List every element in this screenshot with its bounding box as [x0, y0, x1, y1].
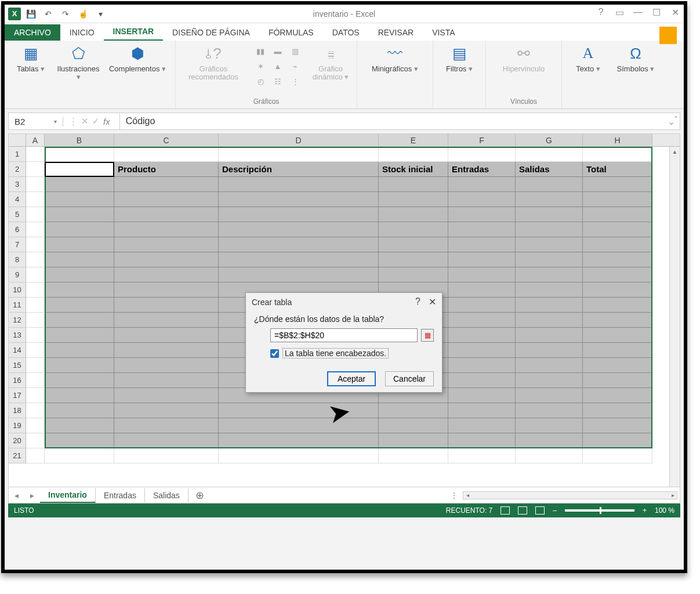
cell[interactable] [114, 343, 219, 358]
sheet-tab-entradas[interactable]: Entradas [96, 488, 145, 502]
cell[interactable] [114, 222, 219, 237]
tab-formulas[interactable]: FÓRMULAS [259, 24, 323, 41]
cell[interactable] [219, 237, 379, 252]
cell[interactable] [26, 298, 45, 313]
cancel-formula-icon[interactable]: ✕ [81, 116, 89, 126]
cell[interactable] [448, 448, 516, 463]
btn-texto[interactable]: ATexto [568, 44, 608, 73]
cell[interactable] [219, 448, 379, 463]
enter-formula-icon[interactable]: ✓ [92, 116, 100, 126]
cell[interactable]: Total [583, 162, 652, 177]
cell[interactable]: Entradas [448, 162, 516, 177]
cell[interactable] [448, 177, 516, 192]
cell[interactable] [583, 448, 652, 463]
row-header[interactable]: 3 [9, 177, 26, 192]
row-header[interactable]: 18 [9, 403, 26, 418]
cell[interactable] [379, 237, 448, 252]
dialog-close-icon[interactable]: ✕ [429, 296, 436, 307]
col-header-G[interactable]: G [516, 134, 583, 146]
sheet-tab-add[interactable]: ⊕ [188, 489, 211, 502]
cell[interactable] [114, 313, 219, 328]
sheet-nav-prev[interactable]: ◂ [9, 491, 24, 500]
cell[interactable] [448, 328, 516, 343]
cell[interactable] [448, 373, 516, 388]
cell[interactable] [219, 147, 379, 162]
tab-inicio[interactable]: INICIO [60, 24, 104, 41]
cell[interactable] [45, 207, 114, 222]
cell[interactable] [583, 433, 652, 448]
cell[interactable] [379, 433, 448, 448]
cell[interactable] [114, 207, 219, 222]
cell[interactable] [379, 267, 448, 282]
row-header[interactable]: 4 [9, 192, 26, 207]
cell[interactable] [45, 403, 114, 418]
row-header[interactable]: 8 [9, 252, 26, 267]
cell[interactable] [114, 298, 219, 313]
cell[interactable] [448, 418, 516, 433]
cell[interactable] [26, 448, 45, 463]
cell[interactable]: Stock inicial [379, 162, 448, 177]
cell[interactable] [516, 237, 583, 252]
cell[interactable] [114, 282, 219, 298]
cell[interactable] [26, 207, 45, 222]
cell[interactable] [379, 403, 448, 418]
cell[interactable] [516, 403, 583, 418]
cell[interactable] [26, 252, 45, 267]
view-layout-icon[interactable] [518, 506, 527, 515]
row-header[interactable]: 13 [9, 328, 26, 343]
row-header[interactable]: 12 [9, 313, 26, 328]
account-indicator[interactable] [659, 27, 677, 44]
cell[interactable] [114, 252, 219, 267]
row-header[interactable]: 20 [9, 433, 26, 448]
cell[interactable] [45, 373, 114, 388]
btn-minigraficos[interactable]: 〰Minigráficos [363, 44, 427, 73]
cell[interactable] [219, 177, 379, 192]
cell[interactable] [26, 147, 45, 162]
cell[interactable] [448, 358, 516, 373]
row-header[interactable]: 19 [9, 418, 26, 433]
cell[interactable] [45, 282, 114, 298]
cell[interactable]: Descripción [219, 162, 379, 177]
zoom-level[interactable]: 100 % [655, 506, 674, 515]
cell[interactable] [26, 343, 45, 358]
cell[interactable] [219, 192, 379, 207]
cell[interactable] [45, 252, 114, 267]
tab-vista[interactable]: VISTA [423, 24, 464, 41]
cell[interactable] [583, 177, 652, 192]
cell[interactable] [114, 433, 219, 448]
cell[interactable] [26, 373, 45, 388]
row-header[interactable]: 14 [9, 343, 26, 358]
cell[interactable] [448, 207, 516, 222]
cell[interactable] [219, 207, 379, 222]
cell[interactable] [379, 252, 448, 267]
cell[interactable] [26, 358, 45, 373]
cell[interactable] [219, 403, 379, 418]
cell[interactable] [45, 418, 114, 433]
cell[interactable] [583, 192, 652, 207]
cell[interactable] [516, 448, 583, 463]
cell[interactable] [114, 403, 219, 418]
cell[interactable]: Producto [114, 162, 219, 177]
row-header[interactable]: 5 [9, 207, 26, 222]
cell[interactable] [448, 222, 516, 237]
cell[interactable] [26, 403, 45, 418]
cell[interactable] [516, 147, 583, 162]
row-header[interactable]: 2 [9, 162, 26, 177]
btn-complementos[interactable]: ⬢Complementos [106, 44, 169, 82]
cell[interactable] [516, 373, 583, 388]
cell[interactable] [219, 267, 379, 282]
tab-datos[interactable]: DATOS [323, 24, 369, 41]
cell[interactable] [448, 343, 516, 358]
cell[interactable] [448, 403, 516, 418]
cell[interactable] [583, 313, 652, 328]
cell[interactable] [583, 328, 652, 343]
cell[interactable] [448, 252, 516, 267]
cell[interactable] [448, 192, 516, 207]
col-header-H[interactable]: H [583, 134, 652, 146]
cell[interactable] [448, 237, 516, 252]
zoom-slider[interactable] [565, 509, 634, 512]
row-header[interactable]: 6 [9, 222, 26, 237]
cell[interactable] [26, 267, 45, 282]
cell[interactable] [583, 282, 652, 298]
cell[interactable] [114, 237, 219, 252]
